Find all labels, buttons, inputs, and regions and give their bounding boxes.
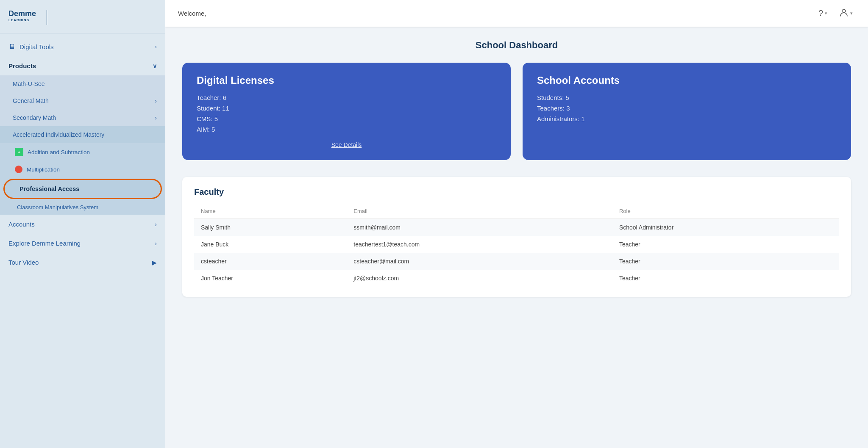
administrators-stat: Administrators: 1: [537, 115, 837, 122]
table-row: csteachercsteacher@mail.comTeacher: [194, 253, 839, 270]
sidebar: Demme LEARNING 🖥 Digital Tools › Product…: [0, 0, 165, 448]
addition-subtraction-label: Addition and Subtraction: [28, 149, 90, 155]
user-icon: [839, 8, 849, 19]
main-header: Welcome, ? ▾ ▾: [165, 0, 868, 27]
digital-licenses-title: Digital Licenses: [197, 75, 496, 86]
cell-email: csteacher@mail.com: [347, 253, 612, 270]
main-content: Welcome, ? ▾ ▾ School Dashboard: [165, 0, 868, 448]
school-accounts-card: School Accounts Students: 5 Teachers: 3 …: [523, 63, 851, 160]
sidebar-item-digital-tools[interactable]: 🖥 Digital Tools ›: [0, 37, 165, 56]
svg-text:LEARNING: LEARNING: [8, 18, 30, 22]
chevron-right-icon: ›: [155, 97, 157, 104]
cell-email: ssmith@mail.com: [347, 219, 612, 236]
chevron-right-icon: ›: [155, 114, 157, 121]
dashboard-title: School Dashboard: [182, 40, 851, 51]
header-icons: ? ▾ ▾: [816, 6, 855, 21]
products-label: Products: [8, 62, 36, 69]
faculty-table-head: Name Email Role: [194, 204, 839, 219]
chevron-right-icon: ›: [155, 43, 157, 50]
sidebar-item-secondary-math[interactable]: Secondary Math ›: [0, 109, 165, 126]
multiplication-icon: [15, 166, 22, 173]
accounts-label: Accounts: [8, 221, 35, 228]
col-role: Role: [612, 204, 839, 219]
digital-tools-label: Digital Tools: [19, 43, 54, 50]
dashboard-body: School Dashboard Digital Licenses Teache…: [165, 27, 868, 310]
sidebar-item-cms[interactable]: Classroom Manipulatives System: [0, 200, 165, 215]
tour-label: Tour Video: [8, 259, 39, 266]
sidebar-item-multiplication[interactable]: Multiplication: [0, 161, 165, 178]
teacher-stat: Teacher: 6: [197, 94, 496, 101]
sidebar-item-addition-subtraction[interactable]: + Addition and Subtraction: [0, 143, 165, 161]
cell-name: Sally Smith: [194, 219, 347, 236]
col-email: Email: [347, 204, 612, 219]
logo-divider: [47, 10, 47, 25]
digital-tools-icon: 🖥: [8, 43, 15, 50]
sidebar-item-math-u-see[interactable]: Math-U-See: [0, 75, 165, 92]
help-caret-icon: ▾: [825, 11, 827, 16]
faculty-section: Faculty Name Email Role Sally Smithssmit…: [182, 177, 851, 297]
cms-label: Classroom Manipulatives System: [17, 204, 98, 210]
svg-text:Demme: Demme: [8, 9, 36, 18]
demme-logo: Demme LEARNING: [8, 8, 38, 27]
cell-name: Jane Buck: [194, 236, 347, 253]
multiplication-label: Multiplication: [27, 166, 60, 173]
aim-submenu: + Addition and Subtraction Multiplicatio…: [0, 143, 165, 215]
table-row: Jon Teacherjt2@schoolz.comTeacher: [194, 270, 839, 287]
sidebar-navigation: 🖥 Digital Tools › Products ∨ Math-U-See …: [0, 33, 165, 275]
cell-role: Teacher: [612, 270, 839, 287]
faculty-table: Name Email Role Sally Smithssmith@mail.c…: [194, 204, 839, 287]
svg-point-3: [842, 9, 846, 13]
digital-licenses-card: Digital Licenses Teacher: 6 Student: 11 …: [182, 63, 511, 160]
user-caret-icon: ▾: [850, 11, 853, 16]
user-menu-button[interactable]: ▾: [837, 6, 855, 21]
professional-access-wrapper: Professional Access: [0, 179, 165, 199]
logo-area: Demme LEARNING: [0, 0, 165, 33]
professional-access-label: Professional Access: [19, 185, 79, 192]
aim-stat: AIM: 5: [197, 126, 496, 133]
chevron-down-icon: ∨: [153, 63, 157, 69]
sidebar-item-aim[interactable]: Accelerated Individualized Mastery: [0, 126, 165, 143]
col-name: Name: [194, 204, 347, 219]
play-icon: ▶: [152, 259, 157, 266]
cell-role: School Administrator: [612, 219, 839, 236]
math-u-see-label: Math-U-See: [13, 80, 45, 87]
sidebar-item-accounts[interactable]: Accounts ›: [0, 215, 165, 234]
table-row: Jane Buckteachertest1@teach.comTeacher: [194, 236, 839, 253]
welcome-text: Welcome,: [178, 10, 206, 17]
sidebar-item-general-math[interactable]: General Math ›: [0, 92, 165, 109]
cell-role: Teacher: [612, 236, 839, 253]
secondary-math-label: Secondary Math: [13, 114, 56, 121]
products-submenu: Math-U-See General Math › Secondary Math…: [0, 75, 165, 215]
sidebar-item-tour[interactable]: Tour Video ▶: [0, 253, 165, 272]
products-section: Products ∨ Math-U-See General Math › Sec…: [0, 56, 165, 215]
cell-name: Jon Teacher: [194, 270, 347, 287]
students-stat: Students: 5: [537, 94, 837, 101]
teachers-stat: Teachers: 3: [537, 105, 837, 112]
cell-role: Teacher: [612, 253, 839, 270]
aim-label: Accelerated Individualized Mastery: [13, 131, 104, 138]
addition-icon: +: [15, 148, 23, 156]
cms-stat: CMS: 5: [197, 115, 496, 122]
faculty-table-body: Sally Smithssmith@mail.comSchool Adminis…: [194, 219, 839, 287]
general-math-label: General Math: [13, 97, 49, 104]
see-details-link[interactable]: See Details: [197, 141, 496, 148]
school-accounts-title: School Accounts: [537, 75, 837, 86]
cell-name: csteacher: [194, 253, 347, 270]
help-icon: ?: [818, 8, 823, 18]
table-row: Sally Smithssmith@mail.comSchool Adminis…: [194, 219, 839, 236]
sidebar-item-professional-access[interactable]: Professional Access: [3, 179, 162, 199]
chevron-right-icon: ›: [155, 221, 157, 228]
help-button[interactable]: ? ▾: [816, 7, 830, 20]
cell-email: jt2@schoolz.com: [347, 270, 612, 287]
cards-row: Digital Licenses Teacher: 6 Student: 11 …: [182, 63, 851, 160]
sidebar-item-explore[interactable]: Explore Demme Learning ›: [0, 234, 165, 253]
cell-email: teachertest1@teach.com: [347, 236, 612, 253]
faculty-title: Faculty: [194, 187, 839, 197]
explore-label: Explore Demme Learning: [8, 240, 81, 247]
student-stat: Student: 11: [197, 105, 496, 112]
products-header[interactable]: Products ∨: [0, 56, 165, 75]
chevron-right-icon: ›: [155, 240, 157, 247]
